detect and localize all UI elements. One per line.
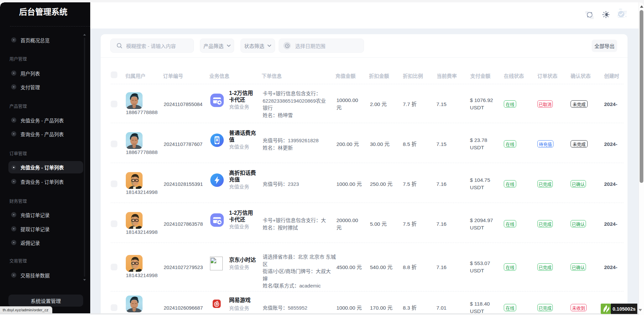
svg-text:¥: ¥: [216, 137, 218, 143]
